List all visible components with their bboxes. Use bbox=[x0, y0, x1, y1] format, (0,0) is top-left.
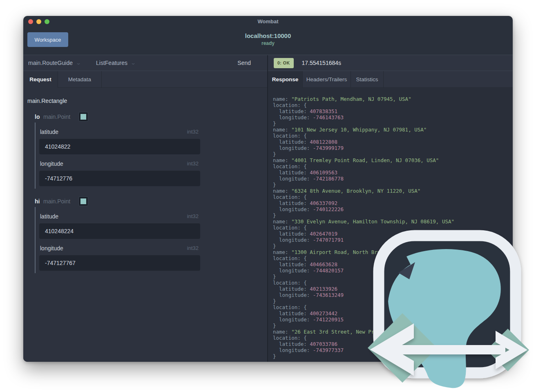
response-line: } bbox=[273, 243, 513, 249]
response-line: name: "4001 Tremley Point Road, Linden, … bbox=[273, 157, 513, 163]
group-fields: latitudeint32longitudeint32 bbox=[35, 122, 200, 189]
window-title: Wombat bbox=[23, 16, 513, 24]
field-label: latitude bbox=[40, 129, 58, 135]
field-label: longitude bbox=[40, 160, 63, 167]
server-status: ready bbox=[23, 40, 513, 46]
field-head: longitudeint32 bbox=[40, 245, 199, 252]
server-info: localhost:10000 ready bbox=[23, 32, 513, 46]
group-header: lomain.Point bbox=[35, 112, 263, 122]
field-latitude: latitudeint32 bbox=[39, 122, 200, 154]
response-line: name: "Patriots Path, Mendham, NJ 07945,… bbox=[273, 96, 513, 102]
tab-metadata[interactable]: Metadata bbox=[58, 71, 102, 87]
response-line: longitude: -747071791 bbox=[273, 237, 513, 243]
message-group-hi: himain.Pointlatitudeint32longitudeint32 bbox=[35, 196, 263, 273]
tab-response[interactable]: Response bbox=[268, 71, 303, 88]
response-line: longitude: -740122226 bbox=[273, 206, 513, 212]
response-toolbar: 0: OK 17.554151684s bbox=[268, 55, 513, 71]
field-head: latitudeint32 bbox=[40, 213, 199, 220]
group-name: hi bbox=[35, 198, 40, 205]
response-line: longitude: -741220915 bbox=[273, 316, 513, 323]
response-line: latitude: 407033786 bbox=[273, 341, 513, 347]
response-line: latitude: 400273442 bbox=[273, 310, 513, 316]
longitude-input[interactable] bbox=[39, 255, 200, 271]
close-window-button[interactable] bbox=[28, 19, 33, 24]
app-window: Wombat Workspace localhost:10000 ready m… bbox=[23, 16, 513, 362]
main-split: main.RouteGuide ⌄ ListFeatures ⌄ Send Re… bbox=[23, 55, 513, 362]
response-line: name: "26 East 3rd Street, New Providenc… bbox=[273, 329, 513, 335]
response-line: location: { bbox=[273, 280, 513, 286]
response-line: location: { bbox=[273, 225, 513, 231]
response-line: longitude: -746143763 bbox=[273, 114, 513, 120]
message-type-label: main.Rectangle bbox=[27, 98, 263, 104]
message-group-lo: lomain.Pointlatitudeint32longitudeint32 bbox=[35, 112, 263, 189]
response-line: name: "101 New Jersey 10, Whippany, NJ 0… bbox=[273, 127, 513, 133]
response-line: longitude: -744820157 bbox=[273, 267, 513, 274]
field-latitude: latitudeint32 bbox=[39, 207, 200, 239]
request-pane: main.RouteGuide ⌄ ListFeatures ⌄ Send Re… bbox=[23, 55, 268, 362]
group-type: main.Point bbox=[43, 198, 70, 205]
response-line: longitude: -742186778 bbox=[273, 176, 513, 182]
response-line: latitude: 404663628 bbox=[273, 261, 513, 267]
request-form-groups: lomain.Pointlatitudeint32longitudeint32h… bbox=[27, 112, 263, 273]
field-label: longitude bbox=[40, 245, 63, 252]
response-line: location: { bbox=[273, 163, 513, 169]
checkbox-fill bbox=[80, 114, 86, 120]
latitude-input[interactable] bbox=[39, 223, 200, 239]
latitude-input[interactable] bbox=[39, 139, 200, 154]
chevron-down-icon[interactable]: ⌄ bbox=[76, 60, 81, 66]
group-fields: latitudeint32longitudeint32 bbox=[35, 207, 200, 273]
response-line: longitude: -743977337 bbox=[273, 347, 513, 353]
response-pane: 0: OK 17.554151684s ResponseHeaders/Trai… bbox=[268, 55, 513, 362]
response-body[interactable]: name: "Patriots Path, Mendham, NJ 07945,… bbox=[268, 88, 513, 362]
longitude-input[interactable] bbox=[39, 171, 200, 186]
response-line: name: "330 Evelyn Avenue, Hamilton Towns… bbox=[273, 218, 513, 225]
response-line: } bbox=[273, 323, 513, 329]
response-line: longitude: -743999179 bbox=[273, 145, 513, 151]
call-duration: 17.554151684s bbox=[302, 60, 342, 66]
response-line: name: "6324 8th Avenue, Brooklyn, NY 112… bbox=[273, 188, 513, 194]
traffic-lights bbox=[28, 19, 49, 24]
field-label: latitude bbox=[40, 213, 58, 220]
response-line: latitude: 406337092 bbox=[273, 200, 513, 206]
group-enabled-checkbox[interactable] bbox=[78, 112, 88, 122]
group-enabled-checkbox[interactable] bbox=[78, 196, 88, 206]
response-line: } bbox=[273, 274, 513, 280]
send-button[interactable]: Send bbox=[235, 59, 253, 67]
field-longitude: longitudeint32 bbox=[39, 239, 200, 271]
response-line: } bbox=[273, 353, 513, 359]
request-toolbar: main.RouteGuide ⌄ ListFeatures ⌄ Send bbox=[23, 55, 267, 71]
response-line: } bbox=[273, 151, 513, 157]
status-code-badge: 0: OK bbox=[274, 58, 294, 68]
field-type: int32 bbox=[187, 129, 199, 135]
method-select[interactable]: ListFeatures bbox=[96, 60, 127, 66]
response-line: name: "1300 Airport Road, North Brunswic… bbox=[273, 249, 513, 255]
field-head: latitudeint32 bbox=[40, 129, 199, 135]
titlebar: Wombat bbox=[23, 16, 513, 27]
minimize-window-button[interactable] bbox=[36, 19, 41, 24]
field-head: longitudeint32 bbox=[40, 160, 199, 167]
group-type: main.Point bbox=[43, 114, 70, 120]
response-line: longitude: -743613249 bbox=[273, 292, 513, 298]
chevron-down-icon[interactable]: ⌄ bbox=[130, 60, 136, 66]
tab-request[interactable]: Request bbox=[23, 71, 58, 88]
request-form[interactable]: main.Rectangle lomain.Pointlatitudeint32… bbox=[23, 88, 267, 362]
request-tabbar: RequestMetadata bbox=[23, 71, 267, 88]
response-line: } bbox=[273, 120, 513, 127]
response-line: location: { bbox=[273, 255, 513, 261]
response-line: latitude: 402647019 bbox=[273, 231, 513, 237]
response-line: latitude: 406109563 bbox=[273, 169, 513, 176]
service-select[interactable]: main.RouteGuide bbox=[28, 60, 73, 66]
field-type: int32 bbox=[187, 160, 199, 167]
response-line: latitude: 408122808 bbox=[273, 139, 513, 145]
field-type: int32 bbox=[187, 213, 199, 220]
group-name: lo bbox=[35, 114, 40, 120]
response-line: location: { bbox=[273, 194, 513, 200]
tab-headers-trailers[interactable]: Headers/Trailers bbox=[303, 71, 351, 87]
tab-statistics[interactable]: Statistics bbox=[351, 71, 384, 87]
server-address: localhost:10000 bbox=[23, 32, 513, 39]
response-line: location: { bbox=[273, 304, 513, 310]
zoom-window-button[interactable] bbox=[45, 19, 49, 24]
header: Workspace localhost:10000 ready bbox=[23, 27, 513, 55]
field-longitude: longitudeint32 bbox=[39, 154, 200, 186]
response-line: } bbox=[273, 182, 513, 188]
